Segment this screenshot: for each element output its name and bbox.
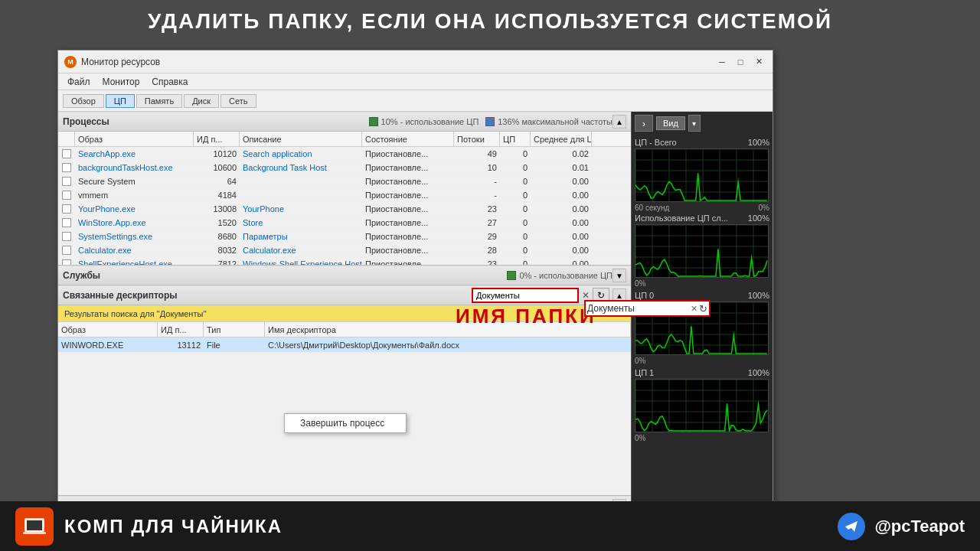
window-title: Монитор ресурсов [81, 57, 714, 67]
cpu-time-left: 60 секунд [635, 204, 669, 212]
cpu-total-canvas [635, 149, 769, 202]
cpu-usage-time-row: 0% [635, 279, 769, 288]
maximize-button[interactable]: □ [733, 55, 748, 69]
resource-monitor-window: M Монитор ресурсов ─ □ ✕ Файл Монитор Сп… [57, 50, 773, 517]
descriptor-row[interactable]: WINWORD.EXE 13112 File C:\Users\Дмитрий\… [58, 337, 631, 353]
search-clear-button[interactable]: ✕ [582, 290, 590, 301]
handle-text: @pcTeapot [874, 517, 965, 536]
context-end-process[interactable]: Завершить процесс [285, 414, 406, 432]
row-checkbox[interactable] [62, 204, 71, 214]
close-button[interactable]: ✕ [751, 55, 766, 69]
cpu0-label: ЦП 0 [635, 291, 654, 300]
table-row[interactable]: backgroundTaskHost.exe 10600 Background … [58, 161, 631, 174]
services-collapse[interactable]: ▼ [612, 269, 626, 282]
desc-pid: 13112 [158, 337, 204, 352]
tab-cpu[interactable]: ЦП [106, 94, 135, 108]
table-row[interactable]: YourPhone.exe 13008 YourPhone Приостанов… [58, 202, 631, 216]
process-cpu: 0 [500, 161, 531, 174]
row-checkbox[interactable] [62, 232, 71, 241]
telegram-icon [838, 513, 865, 540]
cpu0-time-row: 0% [635, 357, 769, 365]
th-desc: Описание [240, 132, 362, 146]
search-x-overlay[interactable]: ✕ [691, 304, 697, 314]
search-input[interactable] [472, 288, 579, 303]
page-title: УДАЛИТЬ ПАПКУ, ЕСЛИ ОНА ИСПОЛЬЗУЕТСЯ СИС… [0, 0, 980, 41]
right-toolbar: › Вид ▾ [635, 115, 769, 132]
table-row[interactable]: vmmem 4184 Приостановле... - 0 0.00 [58, 188, 631, 202]
menu-help[interactable]: Справка [147, 76, 192, 88]
process-threads: 29 [454, 230, 500, 243]
row-checkbox[interactable] [62, 218, 71, 227]
table-row[interactable]: Secure System 64 Приостановле... - 0 0.0… [58, 174, 631, 188]
view-dropdown[interactable]: ▾ [688, 115, 701, 132]
row-checkbox[interactable] [62, 149, 71, 158]
process-pid: 10120 [194, 147, 240, 160]
row-checkbox[interactable] [62, 163, 71, 172]
row-checkbox[interactable] [62, 191, 71, 200]
menubar: Файл Монитор Справка [58, 73, 773, 90]
view-button[interactable]: Вид [656, 116, 685, 130]
menu-file[interactable]: Файл [63, 76, 95, 88]
table-row[interactable]: SystemSettings.exe 8680 Параметры Приост… [58, 230, 631, 243]
tab-disk[interactable]: Диск [184, 94, 219, 108]
process-threads: 23 [454, 202, 500, 215]
process-pid: 4184 [194, 188, 240, 201]
cpu-usage-pct: 100% [748, 214, 769, 223]
process-name: WinStore.App.exe [75, 216, 194, 229]
cpu1-pct: 100% [748, 368, 769, 377]
cpu-usage-label: Использование ЦП сл... [635, 214, 728, 223]
process-avg: 0.00 [531, 257, 592, 265]
th-status: Состояние [362, 132, 454, 146]
bottom-bar: КОМП ДЛЯ ЧАЙНИКА @pcTeapot [0, 501, 980, 551]
cpu-time-right: 0% [759, 204, 769, 212]
cpu-usage-canvas [635, 225, 769, 278]
process-cpu: 0 [500, 216, 531, 229]
menu-monitor[interactable]: Монитор [98, 76, 145, 88]
process-name: vmmem [75, 188, 194, 201]
process-desc: YourPhone [240, 202, 362, 215]
minimize-button[interactable]: ─ [714, 55, 730, 69]
svg-marker-3 [845, 521, 858, 532]
services-cpu-indicator: 0% - использование ЦП [507, 271, 612, 280]
cpu-total-graph [635, 148, 769, 202]
freq-indicator: 136% максимальной частоты [485, 117, 612, 126]
cpu-total-section: ЦП - Всего 100% 60 секунд 0% Использован… [635, 138, 769, 288]
process-pid: 8032 [194, 243, 240, 256]
send-arrow-icon [844, 519, 859, 534]
search-refresh-overlay[interactable]: ↻ [699, 303, 707, 315]
process-avg: 0.00 [531, 202, 592, 215]
process-cpu: 0 [500, 257, 531, 265]
process-pid: 7812 [194, 257, 240, 265]
search-overlay: Документы ✕ ↻ [584, 300, 710, 317]
th-checkbox [58, 132, 75, 146]
services-header: Службы 0% - использование ЦП ▼ [58, 266, 631, 285]
process-status: Приостановле... [362, 202, 454, 215]
tab-overview[interactable]: Обзор [63, 94, 104, 108]
table-row[interactable]: Calculator.exe 8032 Calculator.exe Приос… [58, 243, 631, 257]
table-row[interactable]: WinStore.App.exe 1520 Store Приостановле… [58, 216, 631, 230]
process-name: SystemSettings.exe [75, 230, 194, 243]
descriptors-header: Связанные дескрипторы ✕ ↻ ▲ [58, 285, 631, 305]
tab-network[interactable]: Сеть [220, 94, 256, 108]
laptop-icon [21, 514, 47, 540]
process-avg: 0.00 [531, 230, 592, 243]
process-status: Приостановле... [362, 230, 454, 243]
tab-memory[interactable]: Память [136, 94, 182, 108]
context-menu: Завершить процесс [284, 413, 407, 433]
process-desc: Windows Shell Experience Host [240, 257, 362, 265]
process-cpu: 0 [500, 174, 531, 187]
cpu1-time-row: 0% [635, 434, 769, 442]
process-cpu: 0 [500, 147, 531, 160]
cpu-pct-label: 10% - использование ЦП [381, 117, 479, 126]
row-checkbox[interactable] [62, 259, 71, 266]
freq-label: 136% максимальной частоты [498, 117, 612, 126]
table-row[interactable]: ShellExperienceHost.exe 7812 Windows She… [58, 257, 631, 265]
table-row[interactable]: SearchApp.exe 10120 Search application П… [58, 147, 631, 161]
processes-table-body: SearchApp.exe 10120 Search application П… [58, 147, 631, 265]
process-desc: Параметры [240, 230, 362, 243]
processes-collapse[interactable]: ▲ [612, 115, 626, 129]
row-checkbox[interactable] [62, 246, 71, 255]
row-checkbox[interactable] [62, 177, 71, 186]
right-arrow-button[interactable]: › [635, 115, 653, 132]
process-pid: 10600 [194, 161, 240, 174]
